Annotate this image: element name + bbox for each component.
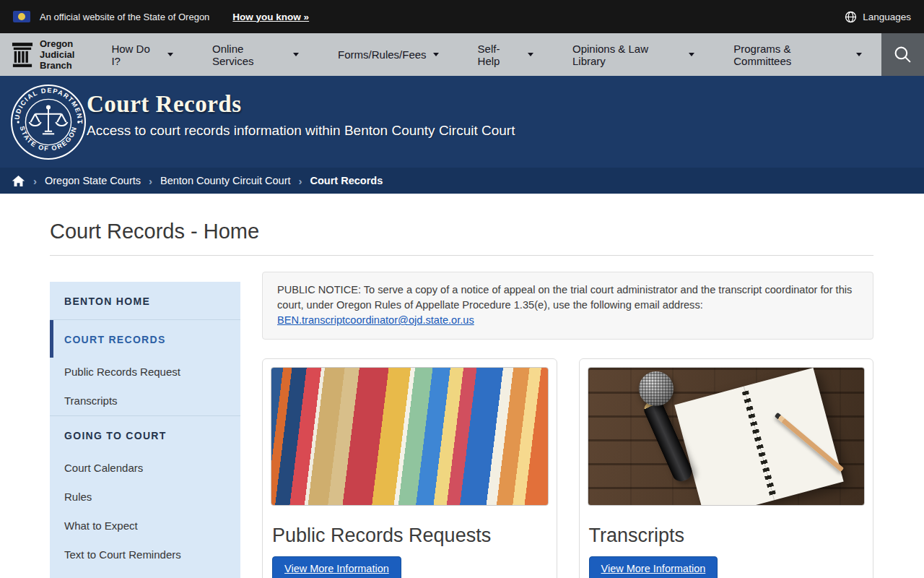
sidebar-item-text-reminders[interactable]: Text to Court Reminders <box>50 540 240 569</box>
how-you-know-link[interactable]: How you know » <box>232 12 309 22</box>
view-more-information-button[interactable]: View More Information <box>589 556 718 578</box>
chevron-right-icon: › <box>33 175 37 187</box>
nav-item-programs-committees[interactable]: Programs & Committees <box>714 33 881 76</box>
ojb-logo-text: Oregon Judicial Branch <box>40 38 74 72</box>
search-button[interactable] <box>881 33 924 76</box>
nav-menu: How Do I? Online Services Forms/Rules/Fe… <box>92 33 881 76</box>
nav-item-how-do-i[interactable]: How Do I? <box>92 33 193 76</box>
content-heading: Court Records - Home <box>50 220 873 243</box>
globe-icon <box>845 11 857 23</box>
nav-item-forms-rules-fees[interactable]: Forms/Rules/Fees <box>318 33 458 76</box>
page-subtitle: Access to court records information with… <box>87 123 924 139</box>
sidebar-item-court-calendars[interactable]: Court Calendars <box>50 454 240 483</box>
notebook-graphic <box>674 368 843 506</box>
sidebar-item-public-records-request[interactable]: Public Records Request <box>50 358 240 387</box>
official-state-bar: An official website of the State of Oreg… <box>0 0 924 33</box>
judicial-department-seal: JUDICIAL DEPARTMENT STATE OF OREGON <box>10 84 87 160</box>
scales-of-justice-icon <box>30 106 68 134</box>
card-public-records-requests: Public Records Requests View More Inform… <box>262 358 557 578</box>
page-banner: JUDICIAL DEPARTMENT STATE OF OREGON Cour… <box>0 76 924 168</box>
microphone-notebook-image <box>588 367 866 506</box>
chevron-down-icon <box>689 53 694 56</box>
sidebar-item-benton-home[interactable]: BENTON HOME <box>50 282 240 319</box>
sidebar-item-rules[interactable]: Rules <box>50 483 240 512</box>
card-transcripts: Transcripts View More Information <box>579 358 874 578</box>
folders-image <box>271 367 549 506</box>
chevron-down-icon <box>293 53 299 56</box>
breadcrumb: › Oregon State Courts › Benton County Ci… <box>0 168 924 194</box>
chevron-right-icon: › <box>299 175 302 187</box>
breadcrumb-benton-county[interactable]: Benton County Circuit Court <box>160 175 291 186</box>
oregon-flag-icon <box>13 11 30 22</box>
sidebar-item-transcripts[interactable]: Transcripts <box>50 387 240 415</box>
chevron-right-icon: › <box>149 175 152 187</box>
official-website-text: An official website of the State of Oreg… <box>40 12 209 22</box>
chevron-down-icon <box>167 53 173 56</box>
microphone-head-graphic <box>639 371 674 406</box>
breadcrumb-oregon-state-courts[interactable]: Oregon State Courts <box>45 175 141 186</box>
heading-divider <box>50 255 873 256</box>
chevron-down-icon <box>528 53 533 56</box>
view-more-information-button[interactable]: View More Information <box>272 556 401 578</box>
sidebar-nav: BENTON HOME COURT RECORDS Public Records… <box>50 282 240 578</box>
svg-text:JUDICIAL DEPARTMENT: JUDICIAL DEPARTMENT <box>10 84 84 124</box>
main-navbar: Oregon Judicial Branch How Do I? Online … <box>0 33 924 76</box>
transcript-coordinator-email-link[interactable]: BEN.transcriptcoordinator@ojd.state.or.u… <box>277 314 474 326</box>
chevron-down-icon <box>856 53 862 56</box>
nav-item-self-help[interactable]: Self-Help <box>458 33 553 76</box>
sidebar-item-judge-demarest[interactable]: Judge Joan E. Demarest <box>50 569 240 578</box>
languages-label: Languages <box>863 12 911 22</box>
languages-button[interactable]: Languages <box>845 11 911 23</box>
public-notice-box: PUBLIC NOTICE: To serve a copy of a noti… <box>262 272 873 340</box>
search-icon <box>893 45 912 64</box>
ojb-logo[interactable]: Oregon Judicial Branch <box>0 33 84 76</box>
card-title: Transcripts <box>589 525 864 547</box>
breadcrumb-current: Court Records <box>310 175 383 186</box>
sidebar-item-going-to-court[interactable]: GOING TO COURT <box>50 416 240 454</box>
card-title: Public Records Requests <box>272 525 547 547</box>
nav-item-opinions-law-library[interactable]: Opinions & Law Library <box>553 33 714 76</box>
chevron-down-icon <box>433 53 439 56</box>
nav-item-online-services[interactable]: Online Services <box>193 33 318 76</box>
public-notice-text: PUBLIC NOTICE: To serve a copy of a noti… <box>277 284 852 311</box>
page-title: Court Records <box>87 91 924 118</box>
pillar-icon <box>12 42 33 68</box>
sidebar-item-what-to-expect[interactable]: What to Expect <box>50 512 240 540</box>
sidebar-item-court-records[interactable]: COURT RECORDS <box>50 320 240 358</box>
home-icon[interactable] <box>12 175 25 187</box>
